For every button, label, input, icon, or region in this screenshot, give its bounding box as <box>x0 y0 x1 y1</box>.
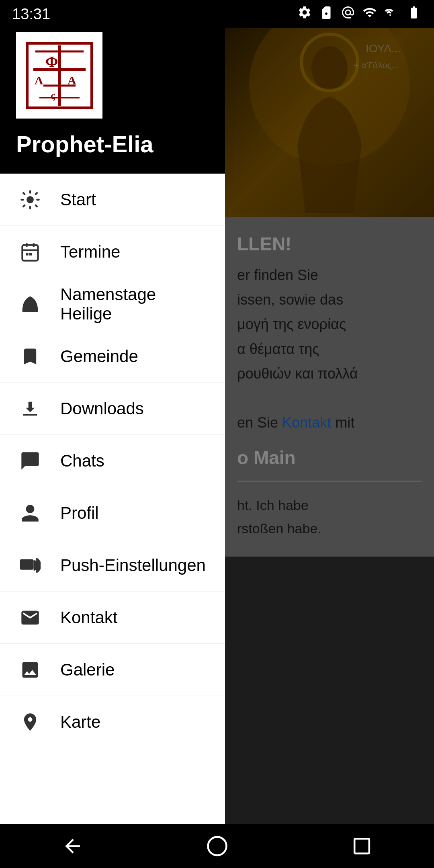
menu-label-push: Push-Einstellungen <box>60 556 206 575</box>
pin-icon <box>16 712 44 733</box>
image-icon <box>16 659 44 680</box>
battery-icon <box>406 5 422 23</box>
svg-text:ς: ς <box>51 90 55 101</box>
sim-icon <box>319 5 334 23</box>
arch-icon <box>16 294 44 315</box>
recents-button[interactable] <box>346 830 378 862</box>
status-bar: 13:31 <box>0 0 434 28</box>
download-icon <box>16 398 44 419</box>
svg-rect-23 <box>26 253 29 256</box>
logo-svg: Φ Λ Α ς <box>23 39 96 112</box>
mail-icon <box>16 607 44 628</box>
svg-text:Α: Α <box>68 74 76 87</box>
drawer-menu: Start Termine Namenstage Heilige G <box>0 174 225 868</box>
drawer: Φ Λ Α ς Prophet-Elia Start Termine <box>0 0 225 868</box>
menu-item-galerie[interactable]: Galerie <box>0 644 225 696</box>
menu-label-galerie: Galerie <box>60 660 115 680</box>
menu-label-profil: Profil <box>60 504 99 523</box>
menu-item-namenstage[interactable]: Namenstage Heilige <box>0 278 225 330</box>
menu-item-push[interactable]: Push-Einstellungen <box>0 539 225 592</box>
menu-item-termine[interactable]: Termine <box>0 226 225 278</box>
menu-label-kontakt: Kontakt <box>60 608 117 627</box>
svg-point-27 <box>208 837 226 855</box>
settings-icon <box>297 5 312 23</box>
menu-item-gemeinde[interactable]: Gemeinde <box>0 330 225 383</box>
menu-item-start[interactable]: Start <box>0 174 225 226</box>
menu-item-kontakt[interactable]: Kontakt <box>0 592 225 644</box>
drawer-overlay[interactable] <box>225 0 434 868</box>
home-button[interactable] <box>201 830 233 862</box>
back-button[interactable] <box>56 830 88 862</box>
menu-item-profil[interactable]: Profil <box>0 487 225 539</box>
menu-label-namenstage: Namenstage Heilige <box>60 285 209 323</box>
svg-rect-26 <box>20 560 33 569</box>
menu-label-karte: Karte <box>60 712 100 732</box>
chat-icon <box>16 450 44 471</box>
svg-text:Λ: Λ <box>35 74 43 87</box>
signal-icon <box>384 5 399 23</box>
menu-label-gemeinde: Gemeinde <box>60 347 138 366</box>
sun-icon <box>16 189 44 210</box>
bookmark-icon <box>16 346 44 367</box>
menu-label-termine: Termine <box>60 242 120 262</box>
menu-item-downloads[interactable]: Downloads <box>0 383 225 435</box>
at-icon <box>341 5 355 23</box>
calendar-icon <box>16 242 44 262</box>
menu-label-chats: Chats <box>60 451 104 471</box>
svg-rect-24 <box>29 253 32 256</box>
svg-point-18 <box>27 196 33 203</box>
drawer-logo: Φ Λ Α ς <box>16 32 102 119</box>
svg-rect-28 <box>354 839 369 854</box>
menu-item-karte[interactable]: Karte <box>0 696 225 748</box>
status-icons <box>297 5 422 23</box>
wifi-icon <box>362 5 377 23</box>
menu-item-chats[interactable]: Chats <box>0 435 225 487</box>
drawer-title: Prophet-Elia <box>16 131 209 158</box>
menu-label-downloads: Downloads <box>60 399 144 418</box>
menu-label-start: Start <box>60 190 96 209</box>
status-time: 13:31 <box>12 6 50 23</box>
svg-text:Φ: Φ <box>45 53 58 70</box>
person-icon <box>16 503 44 524</box>
cast-icon <box>16 555 44 576</box>
bottom-nav <box>0 824 434 868</box>
